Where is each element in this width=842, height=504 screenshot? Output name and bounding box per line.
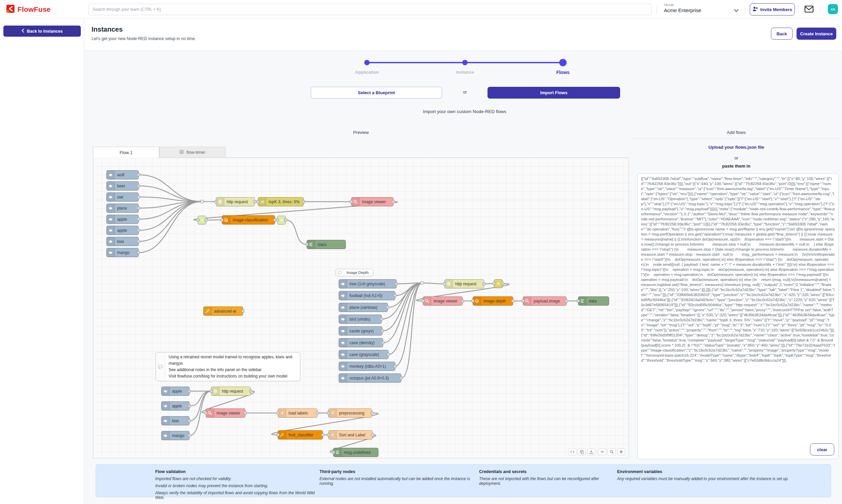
input-port[interactable]	[471, 300, 474, 303]
create-instance-button[interactable]: Create Instance	[796, 28, 836, 40]
flow-canvas[interactable]: wolfbeerowlplaneappleapplekiwimangohttp …	[93, 158, 629, 458]
flow-node-load-labels[interactable]: fload labels	[278, 409, 317, 417]
output-port[interactable]	[461, 300, 464, 303]
flow-node-image-classification[interactable]: image-classification	[222, 215, 275, 224]
output-port[interactable]	[395, 282, 398, 285]
zoom-reset-icon[interactable]	[608, 449, 616, 455]
tab-flow-timer[interactable]: flow-timer	[159, 147, 226, 158]
output-port[interactable]	[137, 173, 140, 176]
tab-flow-1[interactable]: Flow 1	[93, 147, 159, 158]
zoom-in-icon[interactable]	[617, 449, 625, 455]
flow-node-beer[interactable]: beer	[106, 181, 139, 191]
output-port[interactable]	[188, 419, 191, 422]
flow-node-plane-rainbow[interactable]: plane (rainbow)	[339, 303, 388, 312]
flow-node-image-viewer[interactable]: image viewer	[206, 409, 245, 417]
input-port[interactable]	[332, 451, 335, 454]
upload-flows-link[interactable]: Upload your flows.json file	[632, 145, 840, 150]
input-port[interactable]	[276, 218, 279, 221]
output-port[interactable]	[501, 282, 504, 285]
output-port[interactable]	[393, 294, 397, 297]
output-port[interactable]	[188, 434, 191, 437]
stepper-dot-application[interactable]	[364, 60, 370, 65]
flow-node-plane[interactable]: plane	[106, 203, 139, 213]
team-selector[interactable]: TEAM: Acme Enterprise	[664, 3, 701, 13]
output-port[interactable]	[400, 377, 403, 379]
output-port[interactable]	[370, 412, 373, 414]
output-port[interactable]	[137, 229, 140, 232]
input-port[interactable]	[327, 412, 330, 414]
output-port[interactable]	[241, 309, 244, 312]
back-button[interactable]: Back	[771, 28, 792, 40]
output-port[interactable]	[188, 390, 191, 393]
flow-node-http-request[interactable]: http request	[211, 386, 251, 396]
output-port[interactable]	[137, 206, 140, 210]
input-port[interactable]	[421, 300, 424, 303]
flow-node-class[interactable]: class	[307, 240, 346, 249]
zoom-out-icon[interactable]	[598, 449, 606, 455]
flow-node-payload-image[interactable]: payload.image	[523, 296, 567, 306]
output-port[interactable]	[137, 196, 140, 198]
flow-node-apple[interactable]: apple	[106, 215, 139, 224]
output-port[interactable]	[387, 353, 390, 356]
output-port[interactable]	[386, 306, 389, 309]
output-port[interactable]	[284, 218, 287, 221]
flow-node-topk-3-thres-5[interactable]: topK 3, thres: 5%	[258, 197, 304, 206]
flow-node-mango[interactable]: mango	[106, 248, 139, 257]
export-code-icon[interactable]	[568, 449, 576, 455]
flow-node-image-viewer[interactable]: image viewer	[351, 197, 393, 206]
output-port[interactable]	[253, 200, 256, 203]
flow-junction[interactable]	[200, 200, 204, 203]
flow-node-owl[interactable]: owl	[106, 193, 139, 201]
input-port[interactable]	[327, 433, 330, 436]
output-port[interactable]	[381, 329, 384, 332]
output-port[interactable]	[249, 390, 252, 393]
import-flows-button[interactable]: Import Flows	[488, 87, 620, 98]
output-port[interactable]	[483, 282, 486, 285]
output-port[interactable]	[244, 412, 247, 414]
output-port[interactable]	[392, 200, 395, 203]
flow-node-advanced-ai[interactable]: advanced-ai	[203, 306, 243, 316]
download-icon[interactable]	[587, 449, 595, 455]
flow-node-preprocessing[interactable]: fpreprocessing	[328, 409, 372, 417]
output-port[interactable]	[321, 433, 324, 436]
output-port[interactable]	[137, 240, 140, 243]
flow-node-tree-1ch-greyscale[interactable]: tree (1ch greyscale)	[339, 279, 397, 288]
input-port[interactable]	[305, 243, 309, 246]
input-port[interactable]	[276, 433, 279, 436]
flow-node-msg-undefined[interactable]: msg.undefined	[333, 448, 379, 457]
output-port[interactable]	[302, 200, 305, 203]
flow-node-bird-viridis[interactable]: bird (viridis)	[339, 314, 382, 324]
stepper-dot-flows[interactable]	[559, 59, 567, 66]
flow-node-football-hot-a1-0[interactable]: football (hot A1>0)	[339, 291, 395, 300]
mail-icon[interactable]	[804, 5, 814, 14]
output-port[interactable]	[137, 184, 140, 187]
select-blueprint-button[interactable]: Select a Blueprint	[311, 87, 442, 98]
flow-node-change[interactable]	[494, 279, 503, 288]
input-port[interactable]	[350, 200, 353, 203]
chevron-down-icon[interactable]	[734, 7, 739, 14]
output-port[interactable]	[565, 300, 568, 303]
output-port[interactable]	[137, 251, 140, 254]
input-port[interactable]	[443, 282, 446, 285]
clear-button[interactable]: clear	[810, 444, 834, 455]
output-port[interactable]	[511, 300, 514, 303]
flow-node-monkey-rdbu-a0-1[interactable]: monkey (rdbu A0>1)	[339, 362, 395, 371]
input-port[interactable]	[221, 218, 224, 221]
invite-members-button[interactable]: Invite Members	[750, 3, 795, 16]
output-port[interactable]	[382, 341, 384, 344]
input-port[interactable]	[522, 300, 525, 303]
flow-node-http-request[interactable]: http request	[444, 279, 484, 288]
output-port[interactable]	[205, 218, 208, 221]
flow-node-kiwi[interactable]: kiwi	[161, 416, 190, 425]
copy-icon[interactable]	[578, 449, 586, 455]
flow-node-apple[interactable]: apple	[161, 401, 190, 411]
flow-node-cave-grayscale[interactable]: cave (grayscale)	[339, 350, 388, 359]
input-port[interactable]	[214, 200, 217, 203]
flow-node-octopus-jet-a0-9-0-3[interactable]: octopus (jet A0.9>0.3)	[339, 374, 401, 382]
flow-node-sub[interactable]	[198, 216, 206, 224]
output-port[interactable]	[371, 433, 374, 436]
output-port[interactable]	[380, 318, 383, 321]
flow-node-mango[interactable]: mango	[161, 431, 190, 440]
flow-node-image-depth[interactable]: image-depth	[473, 296, 513, 306]
search-input[interactable]	[88, 4, 652, 15]
